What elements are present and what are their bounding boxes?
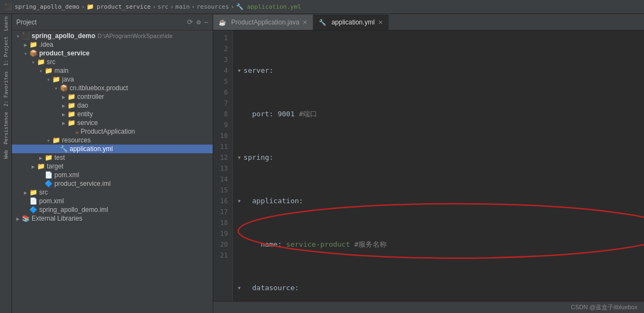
arrow-resources: ▾ <box>45 137 52 143</box>
tree-item-appyml[interactable]: 🔧 application.yml <box>12 145 213 153</box>
svg-point-0 <box>238 204 644 258</box>
tree-label-productapp: ProductApplication <box>81 128 135 135</box>
tree-item-src2[interactable]: ▶ 📁 src <box>12 188 213 197</box>
breadcrumb-sep: › <box>81 3 85 10</box>
tree-item-iml2[interactable]: 🔷 spring_apollo_demo.iml <box>12 205 213 214</box>
learn-label[interactable]: Learn <box>3 16 9 31</box>
tree-label-ps: product_service <box>39 49 90 57</box>
editor-area: ☕ ProductApplication.java ✕ 🔧 applicatio… <box>213 14 644 313</box>
status-bar: CSDN @蓝盒子itbluebox <box>213 301 644 313</box>
code-editor[interactable]: 12345 678910 1112131415 1617181920 21 ▾s… <box>213 30 644 301</box>
sidebar-panel: Project ⟳ ⚙ — ▾ ⬛ spring_apollo_demo D:\… <box>12 14 213 313</box>
tree-item-extlibs[interactable]: ▶ 📚 External Libraries <box>12 214 213 223</box>
code-text: spring: <box>244 152 274 163</box>
minimize-icon[interactable]: — <box>204 18 208 26</box>
arrow-java: ▾ <box>45 77 52 83</box>
tree-item-dao[interactable]: ▶ 📁 dao <box>12 101 213 110</box>
folder-icon-entity: 📁 <box>67 110 76 118</box>
code-val-5: service-product <box>286 239 354 250</box>
tree-item-entity[interactable]: ▶ 📁 entity <box>12 110 213 118</box>
tree-label-dao: dao <box>77 102 88 109</box>
tree-item-test[interactable]: ▶ 📁 test <box>12 153 213 162</box>
breadcrumb-project: spring_apollo_demo <box>15 3 79 10</box>
favorites-label[interactable]: 2: Favorites <box>3 71 9 107</box>
tree-label-entity: entity <box>77 110 93 118</box>
tree-item-iml1[interactable]: 🔷 product_service.iml <box>12 179 213 188</box>
tree-label-target: target <box>47 162 64 170</box>
yml-icon: 🔧 <box>60 145 68 153</box>
iml-icon: 🔷 <box>45 180 53 187</box>
tab-bar: ☕ ProductApplication.java ✕ 🔧 applicatio… <box>213 14 644 30</box>
tree-label-pom1: pom.xml <box>54 171 79 179</box>
breadcrumb-resources: resources <box>196 3 229 10</box>
tab-productapp[interactable]: ☕ ProductApplication.java ✕ <box>213 15 313 30</box>
java-tab-icon: ☕ <box>219 19 226 26</box>
persistence-label[interactable]: Persistence <box>3 112 9 145</box>
tree-item-pom2[interactable]: 📄 pom.xml <box>12 197 213 205</box>
web-label[interactable]: Web <box>3 150 9 159</box>
arrow-src: ▾ <box>29 59 37 65</box>
breadcrumb-sep3: › <box>191 3 195 10</box>
fold-5 <box>237 239 242 250</box>
tree-label-pkg: cn.itbluebox.product <box>70 84 128 92</box>
comment-5: #服务名称 <box>354 239 387 250</box>
arrow-controller: ▶ <box>60 94 67 100</box>
watermark-text: CSDN @蓝盒子itbluebox <box>571 303 637 311</box>
breadcrumb-file: 🔧 application.yml <box>236 3 301 10</box>
tree-item-service[interactable]: ▶ 📁 service <box>12 118 213 127</box>
tree-item-src[interactable]: ▾ 📁 src <box>12 58 213 66</box>
code-text: server: <box>244 65 274 76</box>
tree-item-resources[interactable]: ▾ 📁 resources <box>12 136 213 145</box>
tree-item-root[interactable]: ▾ ⬛ spring_apollo_demo D:\AProgramWorkSp… <box>12 32 213 40</box>
tree-item-java[interactable]: ▾ 📁 java <box>12 75 213 84</box>
arrow-extlibs: ▶ <box>14 216 22 222</box>
tree-item-idea[interactable]: ▶ 📁 .idea <box>12 40 213 49</box>
tab-label-productapp: ProductApplication.java <box>231 18 299 26</box>
fold-2 <box>237 109 242 120</box>
fold-6: ▾ <box>237 283 242 293</box>
folder-icon-idea: 📁 <box>29 41 38 48</box>
tree-item-target[interactable]: ▶ 📁 target <box>12 162 213 171</box>
code-text: application: <box>244 196 304 206</box>
tree-label-controller: controller <box>77 93 104 101</box>
tree-label-resources: resources <box>62 136 91 144</box>
folder-icon-src2: 📁 <box>29 189 38 196</box>
tree-label-idea: .idea <box>39 41 53 48</box>
tree-item-main[interactable]: ▾ 📁 main <box>12 66 213 75</box>
breadcrumb-sep2: › <box>170 3 174 10</box>
folder-icon-dao: 📁 <box>67 102 76 109</box>
tree-item-productapp[interactable]: ☕ ProductApplication <box>12 127 213 136</box>
tab-label-appyml: application.yml <box>331 18 374 26</box>
tree-label-main: main <box>54 67 69 74</box>
folder-icon-java: 📁 <box>52 76 60 83</box>
folder-icon-target: 📁 <box>37 162 45 170</box>
cog-icon[interactable]: ⚙ <box>196 18 201 26</box>
arrow-service: ▶ <box>60 120 67 126</box>
tree-label-iml2: spring_apollo_demo.iml <box>39 206 108 214</box>
arrow-src2: ▶ <box>22 190 29 196</box>
xml-icon-pom1: 📄 <box>45 171 53 179</box>
tree-label-root: spring_apollo_demo <box>32 32 95 40</box>
code-line-2: port: 9001 #端口 <box>237 109 640 120</box>
arrow-idea: ▶ <box>22 42 29 48</box>
tree-item-pkg[interactable]: ▾ 📦 cn.itbluebox.product <box>12 84 213 92</box>
xml-icon-pom2: 📄 <box>29 197 38 205</box>
tree-item-pom1[interactable]: 📄 pom.xml <box>12 171 213 179</box>
code-content[interactable]: ▾server: port: 9001 #端口 ▾spring: ▾ appli… <box>233 30 644 301</box>
tree-path-root: D:\AProgramWorkSpace\ide <box>97 33 172 39</box>
fold-1: ▾ <box>237 65 242 76</box>
sync-icon[interactable]: ⟳ <box>187 18 193 26</box>
close-tab-appyml[interactable]: ✕ <box>378 19 383 26</box>
tree-label-test: test <box>54 154 65 161</box>
folder-icon-resources: 📁 <box>52 136 60 144</box>
close-tab-productapp[interactable]: ✕ <box>302 19 307 26</box>
tree-label-service: service <box>77 119 98 127</box>
tree-item-controller[interactable]: ▶ 📁 controller <box>12 92 213 101</box>
code-line-6: ▾ datasource: <box>237 283 640 293</box>
tree-item-product-service[interactable]: ▾ 📦 product_service <box>12 49 213 58</box>
project-label[interactable]: 1: Project <box>3 36 9 66</box>
code-line-4: ▾ application: <box>237 196 640 206</box>
tree-label-extlibs: External Libraries <box>32 215 82 222</box>
tab-appyml[interactable]: 🔧 application.yml ✕ <box>313 15 388 30</box>
sidebar-toolbar: ⟳ ⚙ — <box>187 18 208 26</box>
